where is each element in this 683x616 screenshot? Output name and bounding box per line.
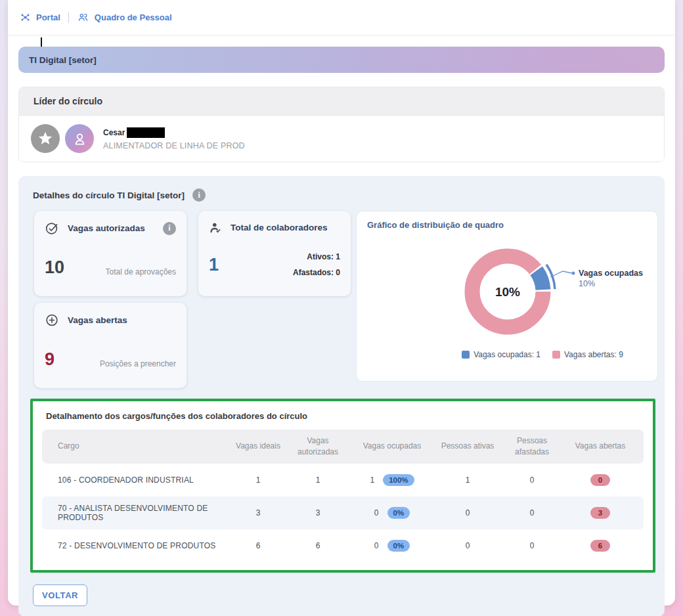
callout-dot [572, 272, 575, 275]
col-header-vagas-ocupadas: Vagas ocupadas [349, 441, 435, 452]
nav-quadro-label: Quadro de Pessoal [95, 12, 172, 22]
highlight-box: Detalhamento dos cargos/funções dos cola… [30, 399, 655, 573]
occupied-wrap: 00% [349, 540, 435, 552]
cell-cargo: 106 - COORDENADOR INDUSTRIAL [49, 475, 230, 485]
card-title: Vagas autorizadas [68, 223, 155, 233]
open-vacancies-badge: 3 [590, 507, 610, 519]
cell-vagas-autorizadas: 3 [286, 508, 349, 517]
card-vagas-abertas: Vagas abertas 9 Posições a preencher [34, 303, 187, 388]
col-header-pessoas-ativas: Pessoas ativas [435, 441, 500, 452]
callout-title: Vagas ocupadas [579, 269, 643, 278]
occupied-wrap: 00% [349, 507, 435, 519]
cell-vagas-abertas: 3 [563, 507, 637, 519]
leader-star-badge [31, 124, 60, 153]
donut-center-label: 10% [495, 285, 520, 299]
details-header: Detalhes do círculo TI Digital [setor] i [18, 176, 665, 211]
col-header-cargo: Cargo [49, 441, 230, 452]
cell-pessoas-ativas: 0 [435, 508, 500, 517]
cell-vagas-ideais: 6 [230, 541, 286, 550]
cell-pessoas-afastadas: 0 [500, 475, 563, 485]
main-card: Portal Quadro de Pessoal TI Digital [set… [8, 0, 675, 605]
chart-legend: Vagas ocupadas: 1 Vagas abertas: 9 [367, 350, 647, 359]
people-icon [77, 12, 89, 23]
legend-swatch-pink [552, 351, 560, 359]
cell-vagas-ideais: 3 [230, 508, 286, 517]
leader-name: Cesar [103, 127, 245, 138]
top-nav: Portal Quadro de Pessoal [8, 0, 675, 35]
legend-label: Vagas ocupadas: 1 [474, 350, 540, 359]
cell-vagas-abertas: 6 [563, 540, 637, 552]
col-header-vagas-autorizadas: Vagas autorizadas [286, 435, 349, 458]
check-circle-icon [45, 221, 60, 236]
leader-info: Cesar ALIMENTADOR DE LINHA DE PROD [103, 127, 245, 150]
cell-pessoas-afastadas: 0 [500, 541, 563, 550]
table-body: 106 - COORDENADOR INDUSTRIAL111100%10070… [42, 464, 644, 562]
authorized-count: 10 [45, 259, 64, 276]
details-panel: Detalhes do círculo TI Digital [setor] i… [18, 176, 665, 616]
col-header-vagas-abertas: Vagas abertas [563, 441, 637, 452]
table-row: 70 - ANALISTA DESENVOLVIMENTO DE PRODUTO… [42, 496, 644, 529]
leader-name-text: Cesar [103, 128, 125, 137]
occupied-count: 0 [374, 541, 379, 550]
nav-portal-label: Portal [36, 12, 60, 22]
cell-vagas-abertas: 0 [563, 474, 637, 486]
table-row: 72 - DESENVOLVIMENTO DE PRODUTOS6600%006 [42, 529, 644, 562]
table-row: 106 - COORDENADOR INDUSTRIAL111100%100 [42, 464, 644, 496]
details-title: Detalhes do círculo TI Digital [setor] [33, 190, 185, 200]
open-vacancies-badge: 6 [590, 540, 610, 552]
person-check-icon [209, 221, 223, 234]
text-cursor-artifact [41, 37, 42, 47]
legend-swatch-blue [462, 351, 470, 359]
card-vagas-autorizadas: Vagas autorizadas i 10 Total de aprovaçõ… [34, 211, 187, 296]
redaction-box [127, 127, 165, 138]
leader-row: Cesar ALIMENTADOR DE LINHA DE PROD [19, 116, 664, 162]
table-header-row: Cargo Vagas ideais Vagas autorizadas Vag… [42, 429, 644, 464]
callout-value: 10% [579, 279, 595, 288]
afastados-count: Afastados: 0 [293, 265, 340, 280]
open-count: 9 [45, 351, 55, 368]
table-title: Detalhamento dos cargos/funções dos cola… [42, 408, 644, 429]
voltar-button[interactable]: VOLTAR [33, 584, 87, 606]
card-total-colaboradores: Total de colaboradores 1 Ativos: 1 Afast… [198, 211, 351, 296]
cell-vagas-autorizadas: 6 [286, 541, 349, 550]
occupied-wrap: 1100% [349, 474, 435, 486]
occupancy-badge: 100% [383, 474, 414, 486]
stat-cards-area: Vagas autorizadas i 10 Total de aprovaçõ… [26, 211, 657, 389]
legend-label: Vagas abertas: 9 [564, 350, 623, 359]
legend-item-abertas[interactable]: Vagas abertas: 9 [552, 350, 623, 359]
page-background: Portal Quadro de Pessoal TI Digital [set… [0, 0, 683, 616]
cell-vagas-ocupadas: 00% [349, 507, 435, 519]
cell-vagas-ocupadas: 1100% [349, 474, 435, 486]
nav-separator [68, 12, 69, 23]
chart-title: Gráfico de distribuição de quadro [367, 220, 647, 230]
info-icon[interactable]: i [163, 222, 176, 235]
cell-vagas-autorizadas: 1 [286, 475, 349, 485]
occupancy-badge: 0% [387, 507, 410, 519]
leader-avatar [65, 124, 94, 153]
occupancy-badge: 0% [387, 540, 410, 552]
card-caption: Posições a preencher [100, 359, 176, 368]
leader-section-header: Líder do círculo [19, 87, 664, 116]
nav-portal[interactable]: Portal [20, 12, 60, 23]
legend-item-ocupadas[interactable]: Vagas ocupadas: 1 [462, 350, 540, 359]
cell-pessoas-ativas: 1 [435, 475, 500, 485]
nav-quadro-de-pessoal[interactable]: Quadro de Pessoal [77, 12, 172, 23]
donut-chart: 10% Vagas ocupadas 10% [367, 230, 648, 347]
info-icon[interactable]: i [192, 188, 206, 202]
sector-banner-title: TI Digital [setor] [29, 55, 97, 65]
cell-cargo: 72 - DESENVOLVIMENTO DE PRODUTOS [49, 541, 230, 550]
card-title: Vagas abertas [68, 315, 176, 325]
collaborators-breakdown: Ativos: 1 Afastados: 0 [293, 249, 340, 280]
footer-row: VOLTAR [18, 573, 665, 606]
occupied-count: 0 [374, 508, 379, 517]
col-header-vagas-ideais: Vagas ideais [230, 441, 286, 452]
cell-vagas-ocupadas: 00% [349, 540, 435, 552]
card-title: Total de colaboradores [231, 223, 340, 232]
ativos-count: Ativos: 1 [293, 249, 340, 265]
portal-icon [20, 12, 31, 23]
plus-circle-icon [45, 313, 60, 328]
cell-pessoas-afastadas: 0 [500, 508, 563, 517]
leader-section: Líder do círculo Cesar [18, 87, 665, 162]
cell-cargo: 70 - ANALISTA DESENVOLVIMENTO DE PRODUTO… [49, 504, 230, 522]
cell-vagas-ideais: 1 [230, 475, 286, 485]
